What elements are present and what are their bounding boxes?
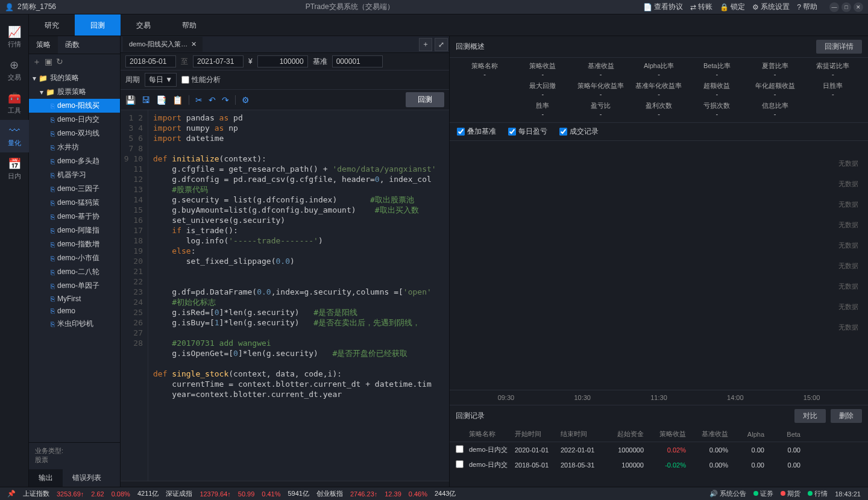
tree-item[interactable]: ⎘ demo-基于协 <box>29 210 120 223</box>
app-title: PTrade交易系统（交易端） <box>56 2 643 12</box>
strategy-panel: 策略函数 ＋ ▣ ↻ ▾ 📁 我的策略▾ 📁 股票策略⎘ demo-阳线买⎘ d… <box>29 36 121 487</box>
backtest-panel: 回测概述 回测详情 策略名称-策略收益-基准收益-Alpha比率-Beta比率-… <box>449 36 868 487</box>
period-dropdown[interactable]: 每日 ▼ <box>145 73 177 87</box>
help-button[interactable]: ? 帮助 <box>797 2 817 12</box>
metric <box>805 101 861 119</box>
metric: 策略收益- <box>515 61 570 79</box>
account-name: 2简称_1756 <box>17 2 56 12</box>
refresh-icon[interactable]: ↻ <box>56 57 63 67</box>
lock-button[interactable]: 🔒 锁定 <box>720 2 745 12</box>
minimize-button[interactable]: — <box>829 2 839 12</box>
paste-icon[interactable]: 📋 <box>172 95 183 105</box>
rail-item-日内[interactable]: 📅日内 <box>0 152 29 186</box>
save-icon[interactable]: 💾 <box>125 95 136 105</box>
pin-icon[interactable]: 📌 <box>7 490 16 498</box>
output-tab[interactable]: 输出 <box>29 469 63 487</box>
nav-帮助[interactable]: 帮助 <box>166 14 212 36</box>
undo-icon[interactable]: ↶ <box>209 95 216 105</box>
nodata-label: 无数据 <box>838 200 858 209</box>
nodata-label: 无数据 <box>838 220 858 230</box>
tree-item[interactable]: ⎘ demo-双均线 <box>29 127 120 140</box>
nodata-label: 无数据 <box>838 302 858 311</box>
biz-type-label: 业务类型: <box>35 446 114 455</box>
overview-detail-button[interactable]: 回测详情 <box>816 40 862 54</box>
tree-item[interactable]: ⎘ demo-小市值 <box>29 251 120 265</box>
tree-item[interactable]: ⎘ MyFirst <box>29 293 120 305</box>
tree-item[interactable]: ⎘ demo-阳线买 <box>29 99 120 113</box>
metric: 策略名称- <box>457 61 512 79</box>
tree-item[interactable]: ⎘ demo <box>29 305 120 317</box>
announce-button[interactable]: 🔊 系统公告 <box>709 489 746 498</box>
editor-tab[interactable]: demo-阳线买入策… ✕ <box>123 37 203 52</box>
record-row[interactable]: demo-日内交2020-01-012022-01-0110000000.02%… <box>450 442 868 457</box>
view-protocol-button[interactable]: 📄 查看协议 <box>643 2 683 12</box>
overlay-checkbox[interactable]: 叠加基准 <box>457 127 496 137</box>
nodata-label: 无数据 <box>838 241 858 250</box>
close-tab-icon[interactable]: ✕ <box>191 40 197 48</box>
tree-root[interactable]: ▾ 📁 我的策略 <box>29 71 120 85</box>
copy-icon[interactable]: 📑 <box>156 95 166 105</box>
new-folder-icon[interactable]: ▣ <box>45 57 52 67</box>
gear-icon[interactable]: ⚙ <box>242 95 250 105</box>
rail-item-交易[interactable]: ⊕交易 <box>0 54 29 87</box>
errors-tab[interactable]: 错误列表 <box>63 469 111 487</box>
trades-checkbox[interactable]: 成交记录 <box>559 127 599 137</box>
maximize-button[interactable]: □ <box>841 2 851 12</box>
clock: 18:43:21 <box>835 490 861 498</box>
cut-icon[interactable]: ✂ <box>195 95 203 105</box>
tree-item[interactable]: ⎘ demo-二八轮 <box>29 265 120 279</box>
rail-item-量化[interactable]: 〰量化 <box>0 120 29 152</box>
settings-button[interactable]: ⚙ 系统设置 <box>752 2 790 12</box>
start-date-input[interactable] <box>125 55 176 67</box>
nav-回测[interactable]: 回测 <box>75 14 121 36</box>
metric: 夏普比率- <box>747 61 802 79</box>
benchmark-input[interactable] <box>332 55 383 67</box>
metric: 最大回撤- <box>515 81 570 99</box>
nav-研究[interactable]: 研究 <box>29 14 75 36</box>
biz-type-value: 股票 <box>35 455 114 464</box>
nodata-label: 无数据 <box>838 323 858 332</box>
metric: 胜率- <box>515 101 570 119</box>
save-all-icon[interactable]: 🖫 <box>142 95 150 105</box>
close-button[interactable]: ✕ <box>854 2 863 12</box>
tree-item[interactable]: ⎘ 水井坊 <box>29 140 120 154</box>
tree-item[interactable]: ⎘ 机器学习 <box>29 168 120 182</box>
backtest-button[interactable]: 回测 <box>406 92 444 107</box>
delete-button[interactable]: 删除 <box>831 409 862 423</box>
metric: Alpha比率- <box>631 61 687 79</box>
tree-item[interactable]: ⎘ demo-多头趋 <box>29 154 120 168</box>
nav-交易[interactable]: 交易 <box>121 14 166 36</box>
left-tab-函数[interactable]: 函数 <box>58 36 87 54</box>
daily-checkbox[interactable]: 每日盈亏 <box>508 127 547 137</box>
tree-item[interactable]: ⎘ demo-阿隆指 <box>29 223 120 237</box>
metric: 策略年化收益率- <box>573 81 629 99</box>
tree-item[interactable]: ⎘ demo-日内交 <box>29 113 120 127</box>
new-file-icon[interactable]: ＋ <box>33 57 41 67</box>
rail-item-工具[interactable]: 🧰工具 <box>0 87 29 120</box>
end-date-input[interactable] <box>193 55 244 67</box>
editor-scrollbar[interactable] <box>121 481 449 487</box>
chart-area: 无数据无数据无数据无数据无数据无数据无数据无数据无数据09:3010:3011:… <box>450 141 868 405</box>
metric: 盈利次数- <box>631 101 687 119</box>
compare-button[interactable]: 对比 <box>794 409 826 423</box>
tree-item[interactable]: ⎘ demo-单因子 <box>29 279 120 293</box>
metric <box>457 101 512 119</box>
code-editor[interactable]: 1 2 3 4 5 6 7 8 9 10 11 12 13 14 15 16 1… <box>121 110 449 481</box>
tree-item[interactable]: ⎘ demo-三因子 <box>29 182 120 196</box>
left-tab-策略[interactable]: 策略 <box>29 36 58 54</box>
record-row[interactable]: demo-日内交2018-05-012018-05-31100000-0.02%… <box>450 457 868 472</box>
metric: 日胜率- <box>805 81 861 99</box>
add-tab-button[interactable]: ＋ <box>419 38 432 51</box>
perf-checkbox[interactable]: 性能分析 <box>181 75 221 85</box>
redo-icon[interactable]: ↷ <box>222 95 229 105</box>
rail-item-行情[interactable]: 📈行情 <box>0 20 29 54</box>
expand-button[interactable]: ⤢ <box>435 38 448 51</box>
metric <box>457 81 512 99</box>
amount-input[interactable] <box>257 55 308 67</box>
metric: 超额收益- <box>689 81 744 99</box>
transfer-button[interactable]: ⇄ 转账 <box>690 2 712 12</box>
tree-item[interactable]: ⎘ demo-指数增 <box>29 237 120 251</box>
tree-item[interactable]: ⎘ 米虫印钞机 <box>29 317 120 331</box>
tree-sub[interactable]: ▾ 📁 股票策略 <box>29 85 120 99</box>
tree-item[interactable]: ⎘ demo-猛犸策 <box>29 196 120 210</box>
